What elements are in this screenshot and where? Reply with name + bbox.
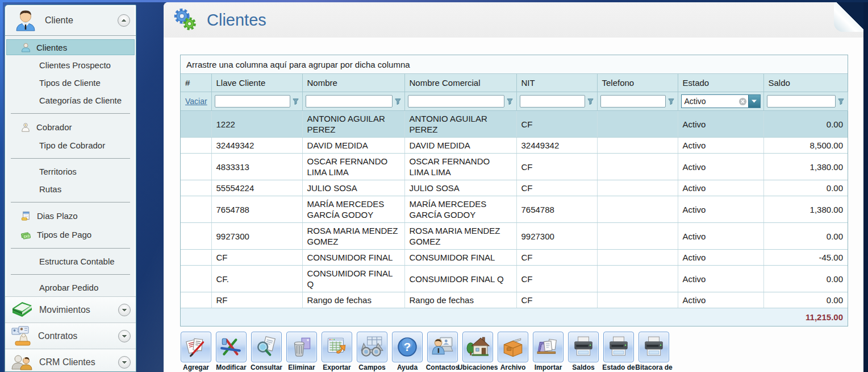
saldos-button[interactable] <box>568 332 599 362</box>
filter-funnel-icon[interactable] <box>506 98 514 105</box>
column-header-telefono[interactable]: Telefono <box>597 74 678 92</box>
sidebar-item-clientes-prospecto[interactable]: Clientes Prospecto <box>5 56 136 74</box>
clear-filters-link[interactable]: Vaciar <box>183 97 207 106</box>
exportar-icon <box>325 335 349 359</box>
exportar-button[interactable] <box>322 332 352 362</box>
sidebar-item-cobrador[interactable]: Cobrador <box>5 118 136 137</box>
sidebar-group-contratos[interactable]: Contratos <box>5 323 136 349</box>
column-header-llave-cliente[interactable]: Llave Cliente <box>211 74 302 92</box>
column-header-row-indicator[interactable]: # <box>181 74 211 92</box>
importar-button[interactable] <box>533 332 564 362</box>
estado-filter-combo[interactable]: Activo <box>681 94 761 108</box>
filter-funnel-icon[interactable] <box>394 98 402 105</box>
cell-nombre_comercial: JULIO SOSA <box>404 180 516 196</box>
modificar-button[interactable] <box>216 332 247 362</box>
agregar-button[interactable] <box>181 332 211 362</box>
sidebar-group-movimientos[interactable]: Movimientos <box>5 296 136 323</box>
sidebar-item-label: Aprobar Pedido <box>39 283 98 292</box>
ayuda-icon: ? <box>395 335 419 359</box>
sidebar-header: Cliente <box>5 5 136 36</box>
sidebar-item-dias-plazo[interactable]: Dias Plazo <box>5 206 136 225</box>
sidebar-group-crm-clientes[interactable]: CRM Clientes <box>5 349 136 372</box>
filter-funnel-icon[interactable] <box>837 98 845 105</box>
filter-funnel-icon[interactable] <box>667 98 675 105</box>
filter-input-nit[interactable] <box>520 95 585 108</box>
filter-input-saldo[interactable] <box>767 95 836 108</box>
cobrador-icon <box>20 122 31 133</box>
table-row[interactable]: RFRango de fechasRango de fechasCFActivo… <box>181 292 848 308</box>
table-row[interactable]: 1222ANTONIO AGUILAR PEREZANTONIO AGUILAR… <box>181 111 848 138</box>
filter-input-nombre[interactable] <box>306 95 393 108</box>
group-expand-button[interactable] <box>118 356 131 369</box>
table-row[interactable]: 32449342DAVID MEDIDADAVID MEDIDA32449342… <box>181 138 848 154</box>
group-expand-button[interactable] <box>118 330 131 342</box>
sidebar: Cliente ClientesClientes ProspectoTipos … <box>5 5 136 372</box>
filter-input-nombre-comercial[interactable] <box>408 95 504 108</box>
cell-nombre_comercial: ROSA MARIA MENDEZ GOMEZ <box>404 223 516 250</box>
dias-plazo-icon <box>20 210 31 221</box>
consultar-button[interactable] <box>251 332 282 362</box>
svg-text:?: ? <box>404 340 411 353</box>
column-header-nit[interactable]: NIT <box>516 74 597 92</box>
table-row[interactable]: 4833313OSCAR FERNANDO LIMA LIMAOSCAR FER… <box>181 154 848 180</box>
filter-input-llave-cliente[interactable] <box>215 95 290 108</box>
group-by-bar[interactable]: Arrastre una columna aquí para agrupar p… <box>181 55 848 74</box>
cell-nombre: DAVID MEDIDA <box>302 138 404 154</box>
cell-telefono <box>597 111 678 138</box>
sidebar-item-categorias-de-cliente[interactable]: Categorías de Cliente <box>5 92 136 109</box>
row-indicator-cell <box>181 111 211 138</box>
column-header-estado[interactable]: Estado <box>678 74 763 92</box>
sidebar-collapse-button[interactable] <box>118 14 130 27</box>
toolbar-item-saldos: Saldos <box>567 332 599 371</box>
estado-dropdown-button[interactable] <box>748 95 760 108</box>
sidebar-item-tipos-de-cliente[interactable]: Tipos de Cliente <box>5 74 136 92</box>
table-row[interactable]: 7654788MARÍA MERCEDES GARCÍA GODOYMARÍA … <box>181 196 848 223</box>
sidebar-divider <box>11 248 130 249</box>
ubicaciones-button[interactable] <box>462 332 493 362</box>
row-indicator-cell <box>181 154 211 180</box>
cell-nombre_comercial: CONSUMIDOR FINAL Q <box>404 266 516 292</box>
gears-icon <box>172 7 198 33</box>
cell-saldo: -45.00 <box>763 250 848 266</box>
bitacora-de-puntos-button[interactable] <box>639 332 669 362</box>
table-row[interactable]: CFCONSUMIDOR FINALCONSUMIDOR FINALCFActi… <box>181 250 848 266</box>
cell-telefono <box>597 266 678 292</box>
saldo-total: 11,215.00 <box>763 308 848 326</box>
estado-de-cuenta-button[interactable] <box>603 332 634 362</box>
sidebar-item-aprobar-pedido[interactable]: Aprobar Pedido <box>5 279 136 296</box>
cell-nombre: CONSUMIDOR FINAL Q <box>302 266 404 292</box>
cell-nit: CF <box>516 292 597 308</box>
campos-icon <box>360 335 384 359</box>
sidebar-divider <box>11 274 130 275</box>
toolbar-item-ubicaciones: Ubicaciones <box>462 332 494 371</box>
row-indicator-cell <box>181 138 211 154</box>
toolbar-item-modificar: Modificar <box>215 332 247 371</box>
filter-input-telefono[interactable] <box>600 95 666 108</box>
eliminar-button[interactable] <box>286 332 317 362</box>
table-row[interactable]: 9927300ROSA MARIA MENDEZ GOMEZROSA MARIA… <box>181 223 848 250</box>
crm-clientes-icon <box>11 354 34 370</box>
sidebar-item-clientes[interactable]: Clientes <box>6 39 135 55</box>
contactos-button[interactable] <box>427 332 458 362</box>
table-row[interactable]: CF.CONSUMIDOR FINAL QCONSUMIDOR FINAL QC… <box>181 266 848 292</box>
column-header-nombre[interactable]: Nombre <box>302 74 404 92</box>
filter-funnel-icon[interactable] <box>292 98 299 105</box>
sidebar-item-tipo-de-cobrador[interactable]: Tipo de Cobrador <box>5 137 136 154</box>
cell-saldo: 1,380.00 <box>763 154 848 180</box>
filter-funnel-icon[interactable] <box>587 98 594 105</box>
clear-estado-filter-icon[interactable] <box>738 95 748 108</box>
archivo-button[interactable] <box>498 332 528 362</box>
sidebar-item-rutas[interactable]: Rutas <box>5 180 136 198</box>
sidebar-item-label: Categorías de Cliente <box>39 96 122 105</box>
sidebar-item-territorios[interactable]: Territorios <box>5 163 136 180</box>
cell-nombre: ROSA MARIA MENDEZ GOMEZ <box>302 223 404 250</box>
column-header-nombre-comercial[interactable]: Nombre Comercial <box>404 74 516 92</box>
group-expand-button[interactable] <box>118 304 131 316</box>
column-header-saldo[interactable]: Saldo <box>763 74 848 92</box>
ayuda-button[interactable]: ? <box>392 332 423 362</box>
sidebar-item-estructura-contable[interactable]: Estructura Contable <box>5 253 136 270</box>
campos-button[interactable] <box>357 332 387 362</box>
toolbar-item-bitacora-de-puntos: Bitacora de Puntos <box>638 332 670 372</box>
sidebar-item-tipos-de-pago[interactable]: Tipos de Pago <box>5 225 136 244</box>
table-row[interactable]: 55554224JULIO SOSAJULIO SOSACFActivo0.00 <box>181 180 848 196</box>
